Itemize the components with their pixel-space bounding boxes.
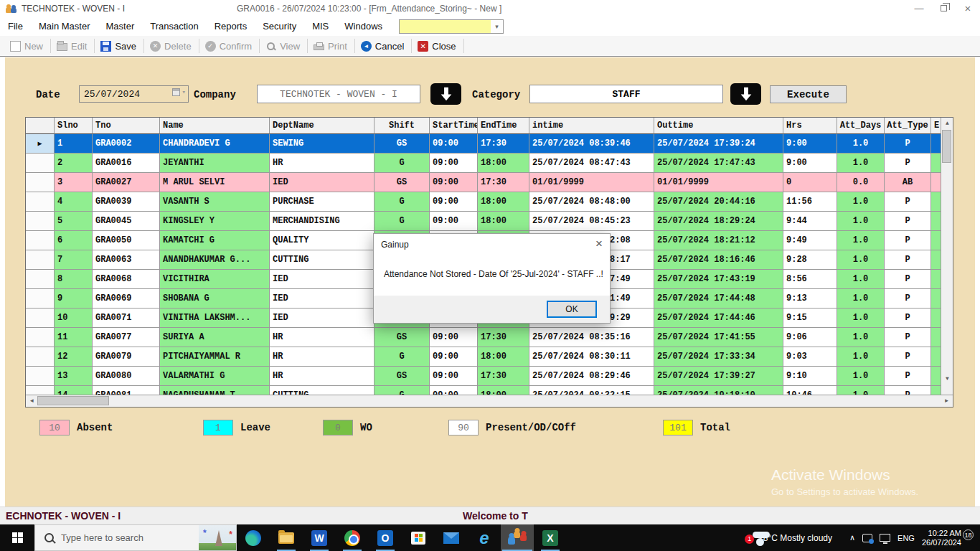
cell[interactable]: GRA0068 xyxy=(93,270,160,289)
ok-button[interactable]: OK xyxy=(547,301,597,318)
row-header[interactable]: ▶ xyxy=(26,134,55,154)
cell[interactable]: 9:00 xyxy=(783,154,837,173)
cell[interactable]: 0.0 xyxy=(837,173,885,192)
cell[interactable]: KAMATCHI G xyxy=(160,231,270,250)
cell[interactable]: P xyxy=(885,270,931,289)
cell[interactable]: 9:49 xyxy=(783,231,837,250)
scroll-left-icon[interactable]: ◄ xyxy=(26,395,38,406)
cell[interactable]: 13 xyxy=(55,367,93,386)
print-button[interactable]: Print xyxy=(308,37,354,55)
cell[interactable]: GRA0063 xyxy=(93,250,160,270)
cell[interactable]: 9:03 xyxy=(783,347,837,367)
menu-mis[interactable]: MIS xyxy=(304,17,336,35)
table-row[interactable]: 11GRA0077SURIYA AHRGS09:0017:3025/07/202… xyxy=(26,328,941,347)
sync-tray-icon[interactable] xyxy=(862,534,872,542)
menu-search-combo[interactable]: ▾ xyxy=(399,19,504,34)
cell[interactable] xyxy=(931,270,941,289)
tray-chevron-icon[interactable]: ∧ xyxy=(849,533,855,542)
cell[interactable]: GS xyxy=(374,134,430,154)
cell[interactable]: 9:06 xyxy=(783,328,837,347)
mail-icon[interactable] xyxy=(435,524,468,551)
cell[interactable]: GRA0002 xyxy=(93,134,160,154)
cell[interactable]: 25/07/2024 18:29:24 xyxy=(654,212,783,231)
cell[interactable] xyxy=(931,250,941,270)
cell[interactable]: 25/07/2024 17:44:48 xyxy=(654,289,783,309)
date-input[interactable]: 25/07/2024 ▾ xyxy=(79,85,189,103)
execute-button[interactable]: Execute xyxy=(770,85,847,103)
chrome-icon[interactable] xyxy=(336,524,369,551)
cell[interactable]: 7 xyxy=(55,250,93,270)
cell[interactable]: JEYANTHI xyxy=(160,154,270,173)
row-header[interactable] xyxy=(26,289,55,309)
column-header-intime[interactable]: intime xyxy=(529,118,654,134)
new-button[interactable]: New xyxy=(3,37,50,55)
cell[interactable]: 25/07/2024 20:44:16 xyxy=(654,192,783,212)
cell[interactable]: G xyxy=(374,212,430,231)
cell[interactable] xyxy=(931,212,941,231)
word-icon[interactable]: W xyxy=(303,524,336,551)
cell[interactable]: 25/07/2024 08:39:46 xyxy=(529,134,654,154)
cell[interactable]: 1.0 xyxy=(837,328,885,347)
cell[interactable]: P xyxy=(885,154,931,173)
cell[interactable]: P xyxy=(885,212,931,231)
horizontal-scrollbar[interactable]: ◄ ► xyxy=(26,395,953,407)
row-header[interactable] xyxy=(26,154,55,173)
row-header[interactable] xyxy=(26,231,55,250)
cell[interactable]: GRA0016 xyxy=(93,154,160,173)
cell[interactable]: 18:00 xyxy=(478,192,529,212)
cell[interactable]: GRA0039 xyxy=(93,192,160,212)
close-button[interactable]: ✕Close xyxy=(412,37,463,55)
row-header[interactable] xyxy=(26,367,55,386)
cell[interactable]: 25/07/2024 08:48:00 xyxy=(529,192,654,212)
cell[interactable]: GRA0079 xyxy=(93,347,160,367)
cell[interactable]: GS xyxy=(374,328,430,347)
column-header-deptname[interactable]: DeptName xyxy=(270,118,374,134)
cell[interactable]: 09:00 xyxy=(430,134,478,154)
cell[interactable]: CUTTING xyxy=(270,250,374,270)
cell[interactable]: 1.0 xyxy=(837,347,885,367)
cell[interactable]: 25/07/2024 17:44:46 xyxy=(654,309,783,328)
cell[interactable]: 9:28 xyxy=(783,250,837,270)
cell[interactable]: 25/07/2024 17:33:34 xyxy=(654,347,783,367)
excel-icon[interactable]: X xyxy=(534,524,567,551)
cell[interactable]: KINGSLEY Y xyxy=(160,212,270,231)
cell[interactable]: IED xyxy=(270,309,374,328)
column-header-shift[interactable]: Shift xyxy=(374,118,430,134)
language-indicator[interactable]: ENG xyxy=(897,534,915,542)
cell[interactable]: 1.0 xyxy=(837,154,885,173)
cell[interactable]: 17:30 xyxy=(478,367,529,386)
category-input[interactable]: STAFF xyxy=(529,85,723,103)
save-button[interactable]: Save xyxy=(95,37,143,55)
cell[interactable]: P xyxy=(885,231,931,250)
cell[interactable]: 01/01/9999 xyxy=(654,173,783,192)
column-header-att_days[interactable]: Att_Days xyxy=(837,118,885,134)
cell[interactable]: 09:00 xyxy=(430,192,478,212)
cell[interactable]: 9 xyxy=(55,289,93,309)
table-row[interactable]: ▶1GRA0002CHANDRADEVI GSEWINGGS09:0017:30… xyxy=(26,134,941,154)
edge-icon[interactable] xyxy=(237,524,270,551)
cell[interactable]: GRA0077 xyxy=(93,328,160,347)
cell[interactable]: 8:56 xyxy=(783,270,837,289)
row-header[interactable] xyxy=(26,212,55,231)
date-dropdown-icon[interactable]: ▾ xyxy=(182,88,186,96)
cell[interactable]: 09:00 xyxy=(430,347,478,367)
cell[interactable]: 01/01/9999 xyxy=(529,173,654,192)
cell[interactable]: 17:30 xyxy=(478,173,529,192)
edit-button[interactable]: Edit xyxy=(51,37,94,55)
cell[interactable]: 3 xyxy=(55,173,93,192)
table-row[interactable]: 5GRA0045KINGSLEY YMERCHANDISINGG09:0018:… xyxy=(26,212,941,231)
cell[interactable]: CHANDRADEVI G xyxy=(160,134,270,154)
category-lookup-button[interactable] xyxy=(730,83,761,105)
cell[interactable]: 18:00 xyxy=(478,212,529,231)
cell[interactable]: 2 xyxy=(55,154,93,173)
table-row[interactable]: 12GRA0079PITCHAIYAMMAL RHRG09:0018:0025/… xyxy=(26,347,941,367)
calendar-icon[interactable] xyxy=(172,88,180,96)
cell[interactable]: 5 xyxy=(55,212,93,231)
cell[interactable]: VICITHIRA xyxy=(160,270,270,289)
confirm-button[interactable]: ✓Confirm xyxy=(199,37,260,55)
cell[interactable]: 18:00 xyxy=(478,154,529,173)
cell[interactable]: 25/07/2024 17:39:27 xyxy=(654,367,783,386)
cell[interactable]: IED xyxy=(270,289,374,309)
cell[interactable]: VINITHA LAKSHM... xyxy=(160,309,270,328)
menu-file[interactable]: File xyxy=(0,17,31,35)
